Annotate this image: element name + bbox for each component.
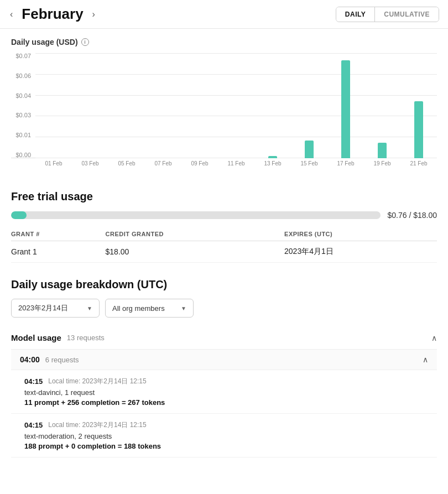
usage-tokens-1: 11 prompt + 256 completion = 267 tokens xyxy=(24,398,428,407)
y-label-0: $0.00 xyxy=(11,152,31,158)
y-label-4: $0.04 xyxy=(11,93,31,99)
y-label-1: $0.01 xyxy=(11,132,31,138)
time-group-left: 04:00 6 requests xyxy=(20,355,79,364)
bar-group xyxy=(327,53,364,158)
accordion-header-left: Model usage 13 requests xyxy=(11,333,105,342)
x-axis-label: 17 Feb xyxy=(327,160,364,167)
progress-bar-container xyxy=(11,211,381,219)
chart-bar xyxy=(341,60,350,158)
free-trial-section: Free trial usage $0.76 / $18.00 GRANT # … xyxy=(11,190,437,263)
table-cell-grant: Grant 1 xyxy=(11,241,106,263)
table-cell-credit: $18.00 xyxy=(106,241,285,263)
table-row: Grant 1$18.002023年4月1日 xyxy=(11,241,437,263)
next-month-button[interactable]: › xyxy=(89,7,98,22)
y-label-7: $0.07 xyxy=(11,53,31,59)
x-axis: 01 Feb03 Feb05 Feb07 Feb09 Feb11 Feb13 F… xyxy=(35,160,437,167)
usage-item-2: 04:15 Local time: 2023年2月14日 12:15 text-… xyxy=(11,414,437,457)
usage-model-2: text-moderation, 2 requests xyxy=(24,432,428,440)
bar-group xyxy=(72,53,108,158)
x-axis-label: 05 Feb xyxy=(108,160,145,167)
chart-bar xyxy=(305,141,314,158)
usage-model-1: text-davinci, 1 request xyxy=(24,388,428,397)
model-usage-accordion[interactable]: Model usage 13 requests ∧ xyxy=(11,326,437,350)
y-label-6: $0.06 xyxy=(11,73,31,79)
progress-text: $0.76 / $18.00 xyxy=(387,211,437,220)
bars-area xyxy=(35,53,437,158)
date-filter-label: 2023年2月14日 xyxy=(18,303,68,313)
view-toggle-group: DAILY CUMULATIVE xyxy=(336,7,439,22)
usage-local-time-1: Local time: 2023年2月14日 12:15 xyxy=(48,377,146,386)
member-filter-label: All org members xyxy=(112,304,165,313)
y-label-3: $0.03 xyxy=(11,112,31,118)
prev-month-button[interactable]: ‹ xyxy=(7,7,16,22)
member-filter-chevron-icon: ▼ xyxy=(181,305,186,311)
chart-inner: $0.07 $0.06 $0.04 $0.03 $0.01 $0.00 xyxy=(11,53,437,158)
time-group-chevron-icon: ∧ xyxy=(423,355,428,364)
breakdown-title: Daily usage breakdown (UTC) xyxy=(11,278,437,291)
accordion-chevron-icon: ∧ xyxy=(431,334,437,342)
col-grant: GRANT # xyxy=(11,227,106,241)
info-icon[interactable]: i xyxy=(81,38,89,46)
bar-group xyxy=(364,53,400,158)
bar-group xyxy=(108,53,145,158)
date-filter-dropdown[interactable]: 2023年2月14日 ▼ xyxy=(11,299,100,318)
y-axis: $0.07 $0.06 $0.04 $0.03 $0.01 $0.00 xyxy=(11,53,35,158)
table-header-row: GRANT # CREDIT GRANTED EXPIRES (UTC) xyxy=(11,227,437,241)
main-content: Daily usage (USD) i $0.07 $0.06 $0.04 $0… xyxy=(0,29,448,466)
cumulative-toggle-button[interactable]: CUMULATIVE xyxy=(375,7,439,22)
x-axis-label: 09 Feb xyxy=(181,160,218,167)
progress-row: $0.76 / $18.00 xyxy=(11,211,437,220)
x-axis-label: 07 Feb xyxy=(145,160,181,167)
bar-group xyxy=(291,53,327,158)
col-expires: EXPIRES (UTC) xyxy=(284,227,437,241)
header-left: ‹ February › xyxy=(7,6,98,23)
usage-tokens-2: 188 prompt + 0 completion = 188 tokens xyxy=(24,442,428,450)
free-trial-title: Free trial usage xyxy=(11,190,437,203)
time-group-count: 6 requests xyxy=(45,356,79,364)
x-axis-label: 01 Feb xyxy=(35,160,72,167)
usage-time-1: 04:15 xyxy=(24,377,43,386)
chart-bar xyxy=(378,143,387,159)
x-axis-label: 13 Feb xyxy=(254,160,291,167)
daily-toggle-button[interactable]: DAILY xyxy=(336,7,375,22)
chart-title: Daily usage (USD) i xyxy=(11,38,437,46)
time-group-label: 04:00 xyxy=(20,355,40,364)
bar-group xyxy=(218,53,254,158)
grant-table: GRANT # CREDIT GRANTED EXPIRES (UTC) Gra… xyxy=(11,227,437,263)
chart-bar xyxy=(268,156,277,158)
filters-row: 2023年2月14日 ▼ All org members ▼ xyxy=(11,299,437,318)
model-usage-count: 13 requests xyxy=(67,334,105,342)
bar-group xyxy=(145,53,181,158)
usage-time-2: 04:15 xyxy=(24,421,43,429)
usage-item-header-1: 04:15 Local time: 2023年2月14日 12:15 xyxy=(24,377,428,386)
usage-item-header-2: 04:15 Local time: 2023年2月14日 12:15 xyxy=(24,420,428,430)
col-credit: CREDIT GRANTED xyxy=(106,227,285,241)
x-axis-label: 21 Feb xyxy=(400,160,437,167)
x-axis-label: 19 Feb xyxy=(364,160,400,167)
usage-local-time-2: Local time: 2023年2月14日 12:15 xyxy=(48,420,146,430)
chart-container: $0.07 $0.06 $0.04 $0.03 $0.01 $0.00 xyxy=(11,53,437,175)
bars-wrapper xyxy=(35,53,437,158)
x-axis-label: 11 Feb xyxy=(218,160,254,167)
page-header: ‹ February › DAILY CUMULATIVE xyxy=(0,0,448,29)
model-usage-label: Model usage xyxy=(11,333,61,342)
grant-tbody: Grant 1$18.002023年4月1日 xyxy=(11,241,437,263)
bar-group xyxy=(181,53,218,158)
month-title: February xyxy=(22,6,83,23)
date-filter-chevron-icon: ▼ xyxy=(87,305,92,311)
breakdown-section: Daily usage breakdown (UTC) 2023年2月14日 ▼… xyxy=(11,278,437,457)
chart-bar xyxy=(414,101,423,158)
x-axis-label: 15 Feb xyxy=(291,160,327,167)
progress-bar-fill xyxy=(11,211,27,219)
bar-group xyxy=(35,53,72,158)
bar-group xyxy=(254,53,291,158)
bar-group xyxy=(400,53,437,158)
chart-section: Daily usage (USD) i $0.07 $0.06 $0.04 $0… xyxy=(11,38,437,175)
member-filter-dropdown[interactable]: All org members ▼ xyxy=(105,299,194,318)
table-cell-expires: 2023年4月1日 xyxy=(284,241,437,263)
usage-item-1: 04:15 Local time: 2023年2月14日 12:15 text-… xyxy=(11,370,437,414)
time-group-0400[interactable]: 04:00 6 requests ∧ xyxy=(11,350,437,370)
x-axis-label: 03 Feb xyxy=(72,160,108,167)
